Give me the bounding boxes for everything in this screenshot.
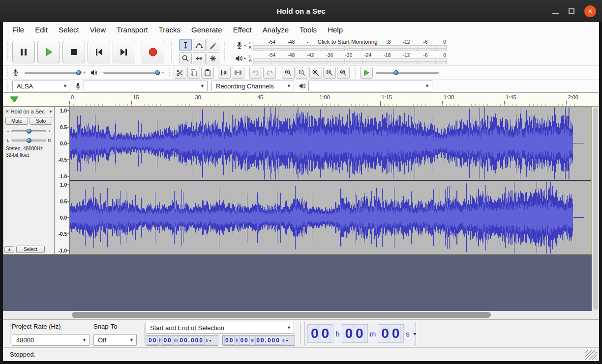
meter-tick-label: -30 [345,53,352,58]
playback-meter[interactable]: ▾ LR -54-48-42-36-30-24-18-12-60 [234,52,449,65]
project-rate-select[interactable]: 48000 ▼ [12,334,90,346]
audio-position-field[interactable]: 00h 00m 00s ▾ [304,322,416,345]
window-titlebar[interactable]: Hold on a Sec ✕ [0,0,602,22]
menu-item-analyze[interactable]: Analyze [257,22,294,38]
track-title[interactable]: Hold on a Sec [11,109,48,114]
timeline-label: 15 [133,94,139,100]
copy-button[interactable] [187,67,200,79]
maximize-button[interactable] [569,8,574,14]
redo-button[interactable] [263,67,276,79]
timeline-pin-icon[interactable] [10,96,19,103]
window-content: FileEditSelectViewTransportTracksGenerat… [3,22,599,361]
snap-to-select[interactable]: Off ▼ [93,334,137,346]
pause-button[interactable] [12,41,35,63]
recording-device-select[interactable]: ▼ [84,81,208,91]
trim-audio-button[interactable] [218,67,231,79]
solo-button[interactable]: Solo [30,117,52,125]
selection-end-field[interactable]: 00h 00m 00.000s ▾ [222,335,295,346]
menu-item-help[interactable]: Help [322,22,348,38]
toolbar-grip[interactable] [355,68,357,77]
toolbar-grip[interactable] [7,68,9,77]
resize-grip[interactable] [585,350,597,360]
play-at-speed-button[interactable] [360,67,373,79]
chevron-down-icon: ▼ [287,325,291,330]
recording-channels-select[interactable]: Recording Channels ▼ [211,81,294,91]
scale-label: 0.0 [60,141,67,146]
waveform-right-channel[interactable] [70,181,590,254]
cut-button[interactable] [174,67,186,79]
collapse-button[interactable]: ▲ [4,246,14,253]
meter-menu-icon[interactable]: ▾ [244,43,248,48]
timeline-ruler[interactable]: 01530451:001:151:301:452:00 [3,93,599,107]
menu-item-tracks[interactable]: Tracks [153,22,186,38]
selection-tool-button[interactable] [179,39,192,51]
chevron-down-icon[interactable]: ▾ [209,338,211,343]
draw-tool-button[interactable] [207,39,219,51]
selection-start-field[interactable]: 00h 00m 00.000s ▾ [146,335,218,346]
paste-button[interactable] [201,67,214,79]
silence-audio-button[interactable] [232,67,244,79]
selection-mode-select[interactable]: Start and End of Selection ▼ [146,322,294,334]
track-close-button[interactable]: ✕ [5,109,9,114]
zoom-tool-button[interactable] [179,52,192,64]
toolbar-grip[interactable] [7,42,9,61]
vertical-scrollbar-thumb[interactable] [593,108,598,310]
envelope-tool-button[interactable] [193,39,206,51]
recording-volume-slider[interactable]: − + [21,70,86,75]
gain-slider[interactable]: − + [3,126,54,136]
toolbar-grip[interactable] [171,42,173,61]
vertical-scale-ruler[interactable]: 1.00.50.0-0.5-1.0 1.00.50.0-0.5-1.0 [55,107,70,254]
menu-item-file[interactable]: File [7,22,30,38]
stop-icon [69,48,78,56]
menu-item-tools[interactable]: Tools [294,22,322,38]
stop-button[interactable] [62,41,85,63]
timeline-label: 1:15 [382,94,392,100]
recording-meter[interactable]: ▾ LR -54-48-42-36-30-24-18-12-60Click to… [234,39,449,52]
horizontal-scrollbar[interactable] [3,311,599,319]
pan-slider[interactable]: L R [3,136,54,145]
window-controls: ✕ [552,0,596,22]
menu-item-select[interactable]: Select [53,22,85,38]
zoom-out-button[interactable] [296,67,308,79]
menu-item-view[interactable]: View [85,22,111,38]
close-button[interactable]: ✕ [584,5,596,17]
chevron-down-icon[interactable]: ▾ [286,338,288,343]
toolbar-grip[interactable] [168,68,171,77]
zoom-in-button[interactable] [282,67,295,79]
horizontal-scrollbar-thumb[interactable] [72,312,491,318]
meter-menu-icon[interactable]: ▾ [244,56,248,61]
timeline-scale[interactable]: 01530451:001:151:301:452:00 [69,93,590,106]
undo-button[interactable] [249,67,262,79]
skip-to-start-button[interactable] [88,41,110,63]
chevron-down-icon[interactable]: ▾ [414,331,416,336]
toolbar-grip[interactable] [224,42,226,61]
playback-device-select[interactable]: ▼ [308,81,432,91]
toolbar-separator [300,323,301,344]
skip-to-end-button[interactable] [113,41,135,63]
play-button[interactable] [37,41,60,63]
timeline-label: 0 [71,94,74,100]
fit-project-button[interactable] [323,67,336,79]
select-button[interactable]: Select [16,246,45,253]
multi-tool-button[interactable] [207,52,219,64]
zoom-toggle-button[interactable] [337,67,350,79]
track-menu-button[interactable]: ▼ [49,110,53,114]
close-icon: ✕ [588,8,593,14]
menu-item-generate[interactable]: Generate [186,22,228,38]
minimize-button[interactable] [552,8,559,14]
monitoring-overlay[interactable]: Click to Start Monitoring [308,39,387,45]
waveform-left-channel[interactable] [70,107,590,180]
audio-host-select[interactable]: ALSA ▼ [12,81,70,91]
mute-button[interactable]: Mute [5,117,28,125]
timeline-label: 1:45 [506,94,516,100]
vertical-scrollbar[interactable] [592,107,599,311]
menu-item-edit[interactable]: Edit [30,22,53,38]
fit-selection-button[interactable] [309,67,322,79]
playback-speed-slider[interactable] [376,72,439,74]
playback-volume-slider[interactable]: − + [99,70,164,75]
timeshift-tool-button[interactable] [193,52,206,64]
menu-item-effect[interactable]: Effect [228,22,257,38]
record-button[interactable] [142,41,164,63]
menu-item-transport[interactable]: Transport [111,22,153,38]
toolbar-grip[interactable] [7,82,9,90]
